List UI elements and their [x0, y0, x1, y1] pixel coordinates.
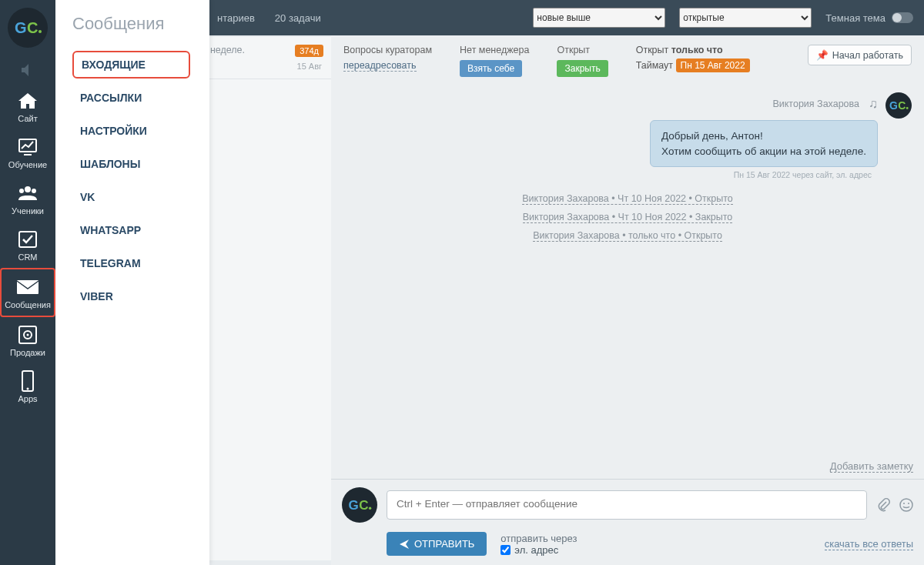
check-icon	[16, 229, 39, 249]
main-sidebar: GC Сайт Обучение Ученики CRM Сообщения П…	[0, 0, 55, 565]
svg-point-21	[903, 503, 905, 504]
svg-text:G: G	[349, 498, 359, 513]
submenu-item-vk[interactable]: VK	[72, 183, 209, 211]
sidebar-item-label: CRM	[18, 252, 37, 262]
safe-icon	[16, 325, 39, 345]
submenu-item-telegram[interactable]: TELEGRAM	[72, 249, 209, 277]
svg-point-16	[906, 107, 909, 109]
svg-point-19	[369, 507, 371, 510]
timeout-line1: Открыт только что	[636, 45, 750, 55]
send-icon	[399, 539, 410, 550]
sidebar-item-crm[interactable]: CRM	[0, 222, 55, 268]
home-icon	[16, 91, 39, 111]
submenu-item-templates[interactable]: ШАБЛОНЫ	[72, 150, 209, 178]
pin-icon: 📌	[816, 49, 829, 61]
svg-point-5	[19, 189, 24, 193]
attach-icon[interactable]	[876, 498, 890, 512]
sidebar-item-site[interactable]: Сайт	[0, 83, 55, 129]
avatar[interactable]: GC	[886, 92, 912, 119]
message-bubble: Добрый день, Антон! Хотим сообщить об ак…	[650, 120, 878, 167]
message-row: Виктория Захарова ♫ GC	[343, 89, 912, 119]
emoji-icon[interactable]	[899, 498, 913, 512]
sidebar-item-label: Ученики	[12, 206, 44, 216]
messages-area: Виктория Захарова ♫ GC Добрый день, Анто…	[331, 85, 924, 479]
logo[interactable]: GC	[8, 8, 48, 48]
add-note-link[interactable]: Добавить заметку	[830, 460, 913, 473]
conversation-pane: Вопросы кураторам переадресовать Нет мен…	[331, 35, 924, 565]
submenu-item-mailings[interactable]: РАССЫЛКИ	[72, 84, 209, 112]
composer-avatar: GC	[342, 487, 377, 523]
conversation-header: Вопросы кураторам переадресовать Нет мен…	[331, 35, 924, 85]
log-entry: Виктория Захарова • только что • Открыто	[343, 230, 912, 241]
no-manager-title: Нет менеджера	[460, 45, 529, 55]
email-checkbox-row[interactable]: эл. адрес	[500, 544, 577, 556]
submenu-title: Сообщения	[72, 14, 209, 34]
submenu: Сообщения ВХОДЯЩИЕ РАССЫЛКИ НАСТРОЙКИ ША…	[55, 0, 209, 565]
forward-link[interactable]: переадресовать	[343, 60, 417, 72]
chart-icon	[16, 137, 39, 157]
age-badge: 374д	[295, 45, 323, 57]
sidebar-item-messages[interactable]: Сообщения	[0, 268, 55, 317]
message-input[interactable]	[387, 490, 867, 520]
sort-select[interactable]: новые выше	[533, 8, 665, 28]
timeout-line2: Таймаут Пн 15 Авг 2022	[636, 60, 750, 71]
music-icon[interactable]: ♫	[869, 97, 878, 111]
svg-point-11	[27, 334, 29, 336]
close-button[interactable]: Закрыть	[557, 60, 608, 77]
log-entry: Виктория Захарова • Чт 10 Ноя 2022 • Зак…	[343, 212, 912, 222]
sidebar-item-label: Обучение	[8, 160, 47, 169]
svg-point-4	[25, 186, 31, 192]
sidebar-item-learning[interactable]: Обучение	[0, 129, 55, 176]
svg-text:C: C	[27, 19, 38, 36]
toggle-switch-icon	[892, 12, 913, 23]
sidebar-item-label: Сообщения	[5, 300, 51, 309]
mail-icon	[16, 277, 39, 297]
sidebar-item-label: Продажи	[10, 348, 45, 357]
svg-text:G: G	[15, 19, 27, 36]
svg-point-22	[908, 503, 909, 504]
inbox-date: 15 Авг	[297, 62, 322, 71]
svg-rect-8	[17, 280, 38, 294]
svg-point-6	[32, 189, 36, 193]
sound-icon[interactable]	[0, 57, 55, 83]
send-via-label: отправить через	[500, 533, 577, 544]
start-work-button[interactable]: 📌 Начал работать	[808, 45, 912, 65]
sender-name[interactable]: Виктория Захарова	[772, 99, 859, 109]
take-button[interactable]: Взять себе	[460, 60, 522, 77]
submenu-item-inbox[interactable]: ВХОДЯЩИЕ	[72, 51, 190, 79]
sidebar-item-students[interactable]: Ученики	[0, 176, 55, 222]
composer: GC ОТПРАВИТЬ отправить через эл. адрес с…	[331, 479, 924, 565]
svg-text:C: C	[359, 498, 368, 513]
open-title: Открыт	[557, 45, 608, 55]
filter-select[interactable]: открытые	[679, 8, 812, 28]
phone-icon	[16, 371, 39, 391]
svg-point-2	[38, 30, 42, 33]
sidebar-item-apps[interactable]: Apps	[0, 363, 55, 410]
svg-text:G: G	[889, 99, 898, 112]
curators-title: Вопросы кураторам	[343, 45, 432, 55]
users-icon	[16, 183, 39, 203]
submenu-item-viber[interactable]: VIBER	[72, 282, 209, 310]
svg-point-20	[900, 499, 912, 511]
submenu-item-settings[interactable]: НАСТРОЙКИ	[72, 117, 209, 145]
svg-text:C: C	[898, 99, 906, 112]
theme-label: Темная тема	[825, 12, 886, 24]
sidebar-item-label: Apps	[18, 394, 37, 403]
message-meta: Пн 15 Авг 2022 через сайт, эл. адрес	[343, 170, 872, 179]
email-checkbox[interactable]	[500, 545, 511, 555]
log-entry: Виктория Захарова • Чт 10 Ноя 2022 • Отк…	[343, 193, 912, 204]
svg-point-13	[27, 388, 29, 390]
tasks-count[interactable]: 20 задачи	[275, 12, 321, 24]
send-button[interactable]: ОТПРАВИТЬ	[387, 532, 487, 556]
download-link[interactable]: скачать все ответы	[825, 538, 913, 550]
sidebar-item-sales[interactable]: Продажи	[0, 317, 55, 363]
comments-count[interactable]: нтариев	[217, 12, 255, 24]
submenu-item-whatsapp[interactable]: WHATSAPP	[72, 216, 209, 244]
theme-toggle[interactable]: Темная тема	[825, 12, 913, 24]
sidebar-item-label: Сайт	[18, 114, 37, 123]
